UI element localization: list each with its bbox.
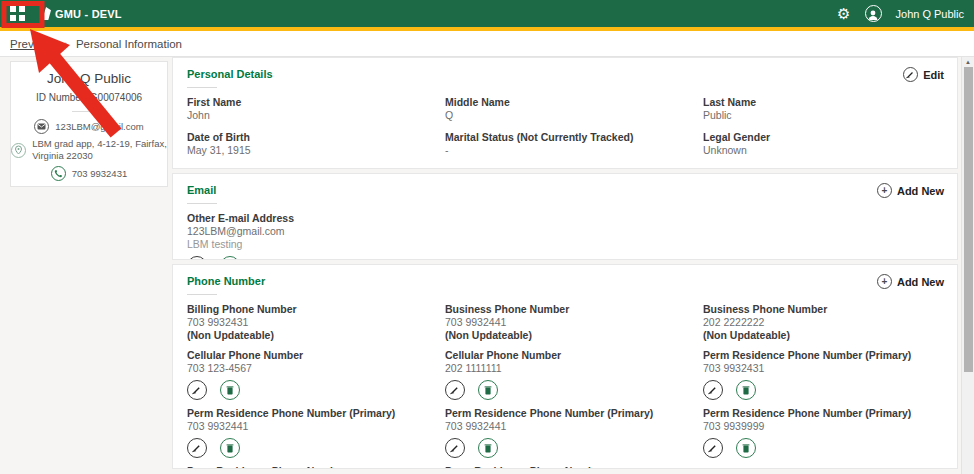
field-first-name: First NameJohn [187, 96, 445, 122]
scroll-up-icon[interactable]: ▲ [962, 57, 974, 65]
delete-entry-button[interactable] [478, 438, 498, 458]
edit-pencil-icon [903, 67, 918, 82]
phone-entry: Business Phone Number703 9932441(Non Upd… [445, 303, 703, 342]
delete-entry-button[interactable] [220, 256, 240, 260]
email-title: Email [187, 184, 943, 196]
breadcrumb-separator: • [64, 39, 67, 49]
delete-entry-button[interactable] [478, 380, 498, 400]
phone-section: Phone Number + Add New Billing Phone Num… [172, 264, 958, 469]
phone-entry: Perm Residence Phone Number (Primary)703… [445, 407, 703, 458]
phone-entry: Perm Residence Phone Number (Primary)703… [703, 349, 943, 400]
profile-address-line2: Virginia 22030 [32, 150, 167, 162]
vertical-scrollbar[interactable]: ▲ [961, 57, 974, 474]
profile-name: John Q Public [11, 71, 167, 86]
page: GMU - DEVL ⚙ John Q Public Previous • Pe… [0, 0, 974, 474]
edit-entry-button[interactable] [187, 256, 207, 260]
phone-entry: Perm Residence Phone Number (Primary)703… [703, 407, 943, 458]
environment-title: GMU - DEVL [55, 8, 122, 20]
field-chosen-first-name: Chosen First Name- [187, 166, 445, 169]
location-icon [11, 143, 26, 158]
field-pronouns: Pronouns- [445, 166, 703, 169]
delete-entry-button[interactable] [220, 438, 240, 458]
app-header: GMU - DEVL ⚙ John Q Public [0, 0, 974, 27]
personal-details-title: Personal Details [187, 68, 943, 80]
edit-entry-button[interactable] [187, 438, 207, 458]
plus-icon: + [877, 183, 892, 198]
settings-gear-icon[interactable]: ⚙ [837, 6, 850, 21]
field-gender-identity: Gender Identity- [703, 166, 943, 169]
email-entry: Other E-mail Address 123LBM@gmail.com LB… [187, 212, 943, 260]
add-email-button[interactable]: + Add New [877, 183, 944, 198]
field-date-of-birth: Date of BirthMay 31, 1915 [187, 131, 445, 157]
edit-entry-button[interactable] [445, 380, 465, 400]
phone-entry: Business Phone Number202 2222222(Non Upd… [703, 303, 943, 342]
field-legal-gender: Legal GenderUnknown [703, 131, 943, 157]
phone-entry: Perm Residence Phone Number703 9931000 [445, 465, 703, 469]
phone-entry: Cellular Phone Number703 123-4567 [187, 349, 445, 400]
field-marital-status: Marital Status (Not Currently Tracked)- [445, 131, 703, 157]
profile-phone: 703 9932431 [72, 168, 127, 179]
edit-entry-button[interactable] [445, 438, 465, 458]
user-name-label[interactable]: John Q Public [896, 8, 964, 20]
scrollbar-thumb[interactable] [964, 67, 973, 372]
breadcrumb-current: Personal Information [76, 38, 182, 50]
personal-details-section: Personal Details Edit First NameJohn Mid… [172, 57, 958, 169]
edit-personal-details-button[interactable]: Edit [903, 67, 944, 82]
phone-entry: Perm Residence Phone Number (Primary)703… [187, 407, 445, 458]
profile-card: John Q Public ID Number: G00074006 123LB… [10, 61, 168, 187]
email-icon [34, 119, 49, 134]
profile-email: 123LBM@gmail.com [55, 121, 143, 132]
edit-entry-button[interactable] [187, 380, 207, 400]
edit-entry-button[interactable] [703, 438, 723, 458]
app-logo-icon [42, 7, 51, 20]
delete-entry-button[interactable] [220, 380, 240, 400]
app-menu-button[interactable] [0, 0, 34, 27]
phone-title: Phone Number [187, 275, 943, 287]
breadcrumb: Previous • Personal Information [0, 31, 974, 57]
delete-entry-button[interactable] [736, 438, 756, 458]
grid-menu-icon [10, 6, 25, 21]
phone-entry: Perm Residence Phone Number703 9931000 [187, 465, 445, 469]
user-avatar-icon[interactable] [865, 5, 882, 22]
plus-icon: + [877, 274, 892, 289]
phone-entry: Cellular Phone Number202 1111111 [445, 349, 703, 400]
delete-entry-button[interactable] [736, 380, 756, 400]
field-last-name: Last NamePublic [703, 96, 943, 122]
edit-entry-button[interactable] [703, 380, 723, 400]
add-phone-button[interactable]: + Add New [877, 274, 944, 289]
profile-address-line1: LBM grad app, 4-12-19, Fairfax, [32, 138, 167, 150]
field-middle-name: Middle NameQ [445, 96, 703, 122]
profile-id: ID Number: G00074006 [11, 92, 167, 103]
phone-icon [51, 166, 66, 181]
email-section: Email + Add New Other E-mail Address 123… [172, 173, 958, 260]
breadcrumb-previous-link[interactable]: Previous [10, 38, 55, 50]
phone-entry: Billing Phone Number703 9932431(Non Upda… [187, 303, 445, 342]
